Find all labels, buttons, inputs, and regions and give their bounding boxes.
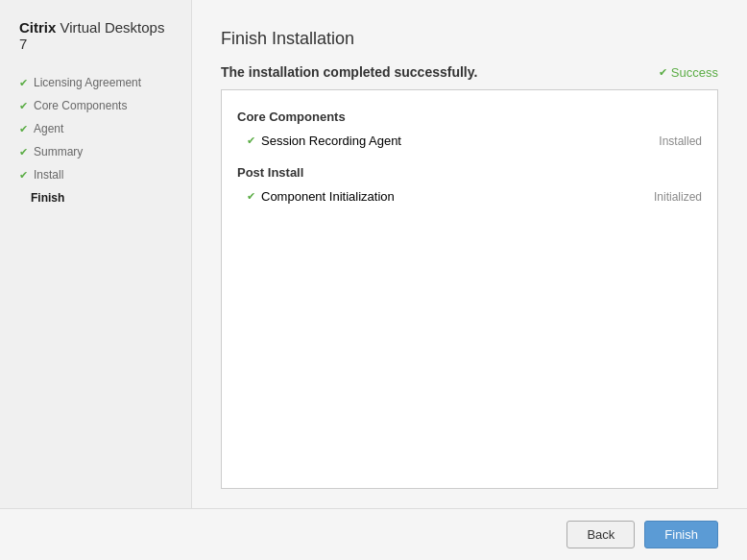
sidebar-item-label: Install — [34, 168, 63, 182]
install-item-left: ✔Component Initialization — [247, 189, 395, 204]
sidebar-item-agent: ✔Agent — [0, 117, 191, 140]
check-icon: ✔ — [19, 146, 28, 158]
page-title: Finish Installation — [221, 29, 718, 49]
item-status: Initialized — [654, 190, 702, 204]
sidebar-item-label: Agent — [34, 122, 63, 135]
sidebar-item-licensing-agreement: ✔Licensing Agreement — [0, 71, 191, 94]
check-icon: ✔ — [19, 77, 28, 89]
sidebar-item-finish: Finish — [0, 186, 191, 209]
installation-results-box: Core Components✔Session Recording AgentI… — [221, 89, 718, 489]
success-check-icon: ✔ — [659, 66, 667, 79]
content-area: Finish Installation The installation com… — [192, 0, 747, 508]
app-name-citrix: Citrix — [19, 19, 56, 36]
check-icon: ✔ — [19, 100, 28, 112]
sidebar-item-summary: ✔Summary — [0, 140, 191, 163]
item-status: Installed — [659, 134, 702, 148]
sidebar-item-core-components: ✔Core Components — [0, 94, 191, 117]
back-button[interactable]: Back — [566, 521, 635, 548]
sidebar-item-install: ✔Install — [0, 163, 191, 186]
check-icon: ✔ — [19, 169, 28, 182]
item-label: Session Recording Agent — [261, 134, 401, 148]
sidebar-item-label: Summary — [34, 145, 83, 158]
install-item: ✔Component InitializationInitialized — [237, 187, 702, 206]
success-message: The installation completed successfully. — [221, 64, 477, 80]
install-item: ✔Session Recording AgentInstalled — [237, 132, 702, 150]
finish-button[interactable]: Finish — [644, 521, 718, 548]
install-item-left: ✔Session Recording Agent — [247, 134, 401, 148]
success-badge: ✔ Success — [659, 65, 718, 80]
section-header-1: Post Install — [237, 165, 702, 180]
success-bar: The installation completed successfully.… — [221, 64, 718, 80]
sidebar-item-label: Licensing Agreement — [34, 76, 141, 89]
app-title: Citrix Virtual Desktops 7 — [0, 19, 191, 71]
item-label: Component Initialization — [261, 189, 395, 204]
item-check-icon: ✔ — [247, 134, 255, 147]
footer: Back Finish — [0, 508, 747, 560]
sidebar-item-label: Core Components — [34, 99, 127, 112]
section-header-0: Core Components — [237, 110, 702, 124]
sidebar: Citrix Virtual Desktops 7 ✔Licensing Agr… — [0, 0, 192, 508]
item-check-icon: ✔ — [247, 190, 255, 203]
sidebar-item-label: Finish — [31, 191, 64, 205]
check-icon: ✔ — [19, 123, 28, 135]
success-label: Success — [671, 65, 718, 80]
